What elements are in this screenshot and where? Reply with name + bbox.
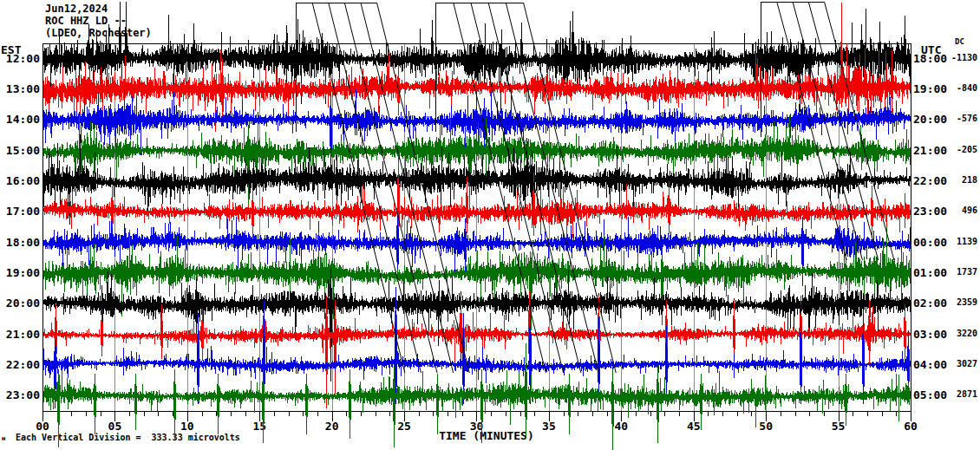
dc-offset-value: 218 (937, 176, 977, 186)
est-time-label: 19:00 (0, 267, 40, 279)
watermark-glyph: м (2, 436, 5, 442)
x-tick-label: 10 (174, 421, 200, 433)
est-time-label: 15:00 (0, 145, 40, 157)
dc-offset-value: -1130 (937, 54, 977, 63)
dc-offset-value: -205 (937, 146, 977, 155)
est-time-label: 12:00 (0, 53, 40, 65)
est-time-label: 23:00 (0, 389, 40, 401)
header-station-id: ROC HHZ LD -- (45, 16, 127, 27)
dc-offset-value: 1737 (937, 268, 977, 277)
est-time-label: 17:00 (0, 205, 40, 218)
dc-offset-value: 2871 (937, 390, 977, 400)
header-date: Jun12,2024 (45, 3, 108, 15)
x-tick-label: 60 (898, 421, 924, 433)
x-tick-label: 40 (608, 421, 634, 433)
dc-offset-value: 3220 (937, 329, 977, 339)
est-time-label: 13:00 (0, 83, 40, 95)
est-time-label: 16:00 (0, 175, 40, 187)
est-time-label: 14:00 (0, 114, 40, 126)
est-time-label: 20:00 (0, 297, 40, 310)
x-tick-label: 55 (826, 421, 852, 433)
est-time-label: 18:00 (0, 237, 40, 249)
x-tick-label: 05 (101, 421, 127, 433)
dc-offset-value: 3027 (937, 360, 977, 369)
x-tick-label: 45 (681, 421, 707, 433)
est-time-label: 22:00 (0, 359, 40, 371)
scale-footnote: Each Vertical Division = 333.33 microvol… (16, 434, 240, 443)
dc-offset-value: 1139 (937, 238, 977, 247)
dc-offset-value: -840 (937, 84, 977, 94)
x-tick-label: 15 (246, 421, 272, 433)
dc-axis-header: DC (955, 38, 964, 46)
x-tick-label: 50 (753, 421, 779, 433)
dc-offset-value: 496 (937, 206, 977, 216)
dc-offset-value: -576 (937, 114, 977, 124)
x-tick-label: 00 (29, 421, 56, 433)
x-axis-title: TIME (MINUTES) (400, 430, 573, 442)
x-tick-label: 20 (319, 421, 345, 433)
dc-offset-value: 2359 (937, 298, 977, 308)
header-station-location: (LDEO, Rochester) (45, 28, 152, 39)
helicorder-viewer: Jun12,2024 ROC HHZ LD -- (LDEO, Rocheste… (0, 0, 980, 450)
est-time-label: 21:00 (0, 329, 40, 341)
seismogram-plot (0, 0, 980, 450)
